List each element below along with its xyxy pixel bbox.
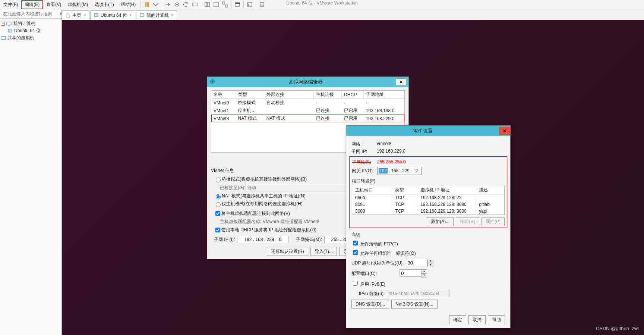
netbios-settings-button[interactable]: NetBIOS 设置(N)...	[391, 300, 437, 309]
col-type[interactable]: 类型	[392, 186, 417, 194]
computer-icon	[6, 22, 12, 26]
subnet-ip-label: 子网 IP:	[351, 148, 377, 155]
unity-icon[interactable]	[222, 1, 228, 7]
svg-rect-9	[225, 5, 228, 7]
table-row[interactable]: 6666TCP192.168.229.128: 22	[352, 194, 504, 201]
svg-rect-5	[205, 2, 207, 7]
computer-icon	[139, 13, 145, 18]
menu-help[interactable]: 帮助(H)	[117, 0, 139, 9]
port-forward-table[interactable]: 主机端口 类型 虚拟机 IP 地址 描述 6666TCP192.168.229.…	[352, 186, 505, 215]
close-icon[interactable]: ×	[171, 13, 174, 18]
dns-settings-button[interactable]: DNS 设置(D)...	[351, 300, 389, 309]
svg-rect-16	[7, 22, 11, 25]
sidebar: ▾ − 我的计算机 Ubuntu 64 位 共享的虚拟机	[0, 9, 62, 335]
tab-vm-label: Ubuntu 64 位	[101, 12, 127, 19]
close-button[interactable]: ✕	[396, 78, 406, 86]
table-row[interactable]: 8081TCP192.168.229.128: 8080gitlab	[352, 201, 504, 208]
close-icon[interactable]: ×	[83, 13, 86, 18]
tree-root[interactable]: − 我的计算机	[1, 20, 61, 27]
nat-radio[interactable]	[216, 194, 221, 199]
col-subnet[interactable]: 子网地址	[364, 91, 404, 99]
vm-icon	[94, 13, 99, 18]
oui-checkbox[interactable]	[353, 250, 358, 255]
search-input[interactable]	[2, 11, 60, 17]
svg-rect-19	[1, 37, 6, 40]
snapshot-icon[interactable]	[174, 1, 180, 7]
menu-view[interactable]: 查看(V)	[43, 0, 64, 9]
dhcp-label: 使用本地 DHCP 服务将 IP 地址分配给虚拟机(D)	[221, 227, 316, 233]
pause-icon[interactable]	[144, 1, 150, 7]
restore-button[interactable]: 还原默认设置(R)	[267, 247, 308, 256]
tree-shared-label: 共享的虚拟机	[7, 35, 34, 41]
tree-shared[interactable]: 共享的虚拟机	[1, 34, 61, 41]
tree-root-label: 我的计算机	[13, 21, 35, 27]
col-vmip[interactable]: 虚拟机 IP 地址	[417, 186, 476, 194]
config-port-spinner[interactable]: ▲▼	[400, 269, 427, 278]
menu-vm[interactable]: 虚拟机(M)	[64, 0, 91, 9]
bridged-radio[interactable]	[216, 178, 221, 182]
dialog-title: 虚拟网络编辑器	[215, 79, 396, 85]
properties-button[interactable]: 属性(P)	[482, 217, 505, 226]
table-row[interactable]: VMnet1仅主机…已连接已启用192.168.198.0	[211, 107, 404, 115]
udp-timeout-label: UDP 超时(以秒为单位)(U):	[351, 260, 404, 266]
close-button[interactable]: ✕	[499, 127, 510, 135]
manage-icon[interactable]	[192, 1, 198, 7]
help-button[interactable]: 帮助	[488, 315, 505, 324]
stretch-icon[interactable]	[259, 1, 265, 7]
dialog-titlebar[interactable]: NAT 设置 ✕	[346, 126, 510, 136]
ipv6-checkbox[interactable]	[353, 281, 358, 286]
nat-settings-dialog: NAT 设置 ✕ 网络:vmnet8 子网 IP:192.168.229.0 子…	[346, 125, 511, 328]
import-button[interactable]: 导入(T)...	[310, 247, 337, 256]
menu-edit[interactable]: 编辑(E)	[21, 0, 43, 9]
tabbar: 主页 × Ubuntu 64 位 × 我的计算机 ×	[62, 9, 644, 20]
subnet-mask-label: 子网掩码:	[352, 159, 377, 166]
col-host[interactable]: 主机连接	[314, 91, 342, 99]
col-hostport[interactable]: 主机端口	[352, 186, 392, 194]
menu-tabs[interactable]: 选项卡(T)	[91, 0, 117, 9]
console-icon[interactable]	[247, 1, 253, 7]
dialog-titlebar[interactable]: 虚拟网络编辑器 ✕	[207, 77, 408, 87]
col-ext[interactable]: 外部连接	[264, 91, 314, 99]
connect-adapter-checkbox[interactable]	[215, 211, 220, 216]
collapse-icon[interactable]: −	[1, 22, 5, 26]
subnet-mask-label: 子网掩码(M):	[296, 237, 322, 243]
menu-file[interactable]: 文件(F)	[0, 0, 21, 9]
tab-mycomputer[interactable]: 我的计算机 ×	[136, 10, 177, 20]
table-row[interactable]: 3000TCP192.168.229.128: 3000yapi	[352, 208, 504, 215]
table-row[interactable]: VMnet0桥接模式自动桥接---	[211, 99, 404, 107]
table-row-selected[interactable]: VMnet8NAT 模式NAT 模式已连接已启用192.168.229.0	[211, 115, 404, 122]
udp-timeout-spinner[interactable]: ▲▼	[406, 259, 433, 267]
ftp-checkbox[interactable]	[353, 241, 358, 245]
ipv6-prefix-label: IPv6 前缀(6):	[359, 291, 385, 297]
col-dhcp[interactable]: DHCP	[342, 91, 364, 99]
dropdown-icon[interactable]	[153, 1, 159, 7]
udp-timeout-input[interactable]	[406, 259, 427, 266]
subnet-ip-input[interactable]	[237, 236, 288, 243]
shared-icon	[1, 36, 6, 40]
fullscreen-icon[interactable]	[213, 1, 219, 7]
remove-button[interactable]: 移除(R)	[456, 217, 479, 226]
ok-button[interactable]: 确定	[449, 315, 466, 324]
fit-icon[interactable]	[204, 1, 210, 7]
add-button[interactable]: 添加(A)...	[427, 217, 454, 226]
tab-vm[interactable]: Ubuntu 64 位 ×	[90, 10, 135, 20]
svg-rect-7	[214, 2, 218, 7]
tree-vm[interactable]: Ubuntu 64 位	[1, 27, 61, 34]
thumb-icon[interactable]	[234, 1, 240, 7]
tab-home[interactable]: 主页 ×	[62, 10, 89, 20]
revert-icon[interactable]	[183, 1, 189, 7]
vm-icon	[7, 29, 13, 33]
close-icon[interactable]: ×	[129, 13, 132, 18]
cancel-button[interactable]: 取消	[468, 315, 486, 324]
port-forward-label: 端口转发(F)	[352, 178, 505, 184]
config-port-input[interactable]	[400, 269, 421, 277]
hostonly-radio[interactable]	[216, 202, 221, 207]
gateway-input[interactable]: 192.168.229. 2	[377, 167, 422, 175]
send-icon[interactable]	[165, 1, 171, 7]
dhcp-checkbox[interactable]	[215, 228, 220, 232]
advanced-label: 高级	[351, 232, 505, 238]
col-name[interactable]: 名称	[211, 91, 236, 99]
connect-adapter-label: 将主机虚拟适配器连接到此网络(V)	[221, 210, 290, 217]
col-type[interactable]: 类型	[236, 91, 264, 99]
col-desc[interactable]: 描述	[476, 186, 504, 194]
